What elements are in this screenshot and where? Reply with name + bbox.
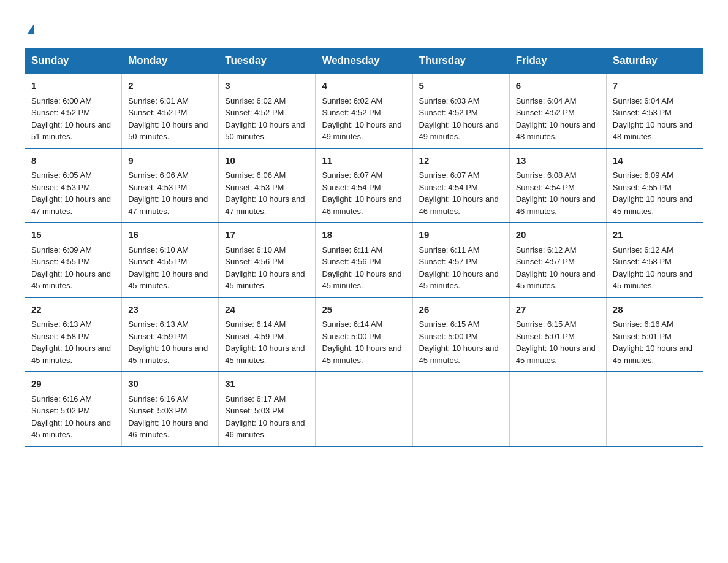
week-row-5: 29Sunrise: 6:16 AMSunset: 5:02 PMDayligh… — [25, 372, 703, 446]
day-info: Sunrise: 6:16 AMSunset: 5:03 PMDaylight:… — [128, 393, 212, 441]
day-cell: 10Sunrise: 6:06 AMSunset: 4:53 PMDayligh… — [219, 148, 316, 223]
day-info: Sunrise: 6:04 AMSunset: 4:52 PMDaylight:… — [516, 95, 600, 143]
day-number: 1 — [31, 79, 115, 93]
day-number: 31 — [225, 377, 309, 391]
day-number: 7 — [613, 79, 697, 93]
day-info: Sunrise: 6:03 AMSunset: 4:52 PMDaylight:… — [419, 95, 503, 143]
day-info: Sunrise: 6:02 AMSunset: 4:52 PMDaylight:… — [322, 95, 406, 143]
day-info: Sunrise: 6:13 AMSunset: 4:59 PMDaylight:… — [128, 318, 212, 366]
week-row-4: 22Sunrise: 6:13 AMSunset: 4:58 PMDayligh… — [25, 297, 703, 372]
day-info: Sunrise: 6:16 AMSunset: 5:02 PMDaylight:… — [31, 393, 115, 441]
day-info: Sunrise: 6:06 AMSunset: 4:53 PMDaylight:… — [225, 169, 309, 217]
day-info: Sunrise: 6:09 AMSunset: 4:55 PMDaylight:… — [613, 169, 697, 217]
day-info: Sunrise: 6:10 AMSunset: 4:56 PMDaylight:… — [225, 244, 309, 292]
header-saturday: Saturday — [606, 48, 703, 74]
day-number: 13 — [516, 154, 600, 168]
day-number: 15 — [31, 228, 115, 242]
day-cell — [509, 372, 606, 446]
day-info: Sunrise: 6:02 AMSunset: 4:52 PMDaylight:… — [225, 95, 309, 143]
day-cell: 12Sunrise: 6:07 AMSunset: 4:54 PMDayligh… — [412, 148, 509, 223]
header-sunday: Sunday — [25, 48, 122, 74]
logo-general-line — [25, 18, 34, 36]
day-number: 12 — [419, 154, 503, 168]
day-info: Sunrise: 6:17 AMSunset: 5:03 PMDaylight:… — [225, 393, 309, 441]
day-cell — [606, 372, 703, 446]
day-cell: 16Sunrise: 6:10 AMSunset: 4:55 PMDayligh… — [122, 223, 219, 297]
day-cell: 19Sunrise: 6:11 AMSunset: 4:57 PMDayligh… — [412, 223, 509, 297]
day-cell: 26Sunrise: 6:15 AMSunset: 5:00 PMDayligh… — [412, 297, 509, 372]
day-number: 30 — [128, 377, 212, 391]
day-cell: 18Sunrise: 6:11 AMSunset: 4:56 PMDayligh… — [316, 223, 412, 297]
day-number: 20 — [516, 228, 600, 242]
day-cell: 30Sunrise: 6:16 AMSunset: 5:03 PMDayligh… — [122, 372, 219, 446]
header-friday: Friday — [509, 48, 606, 74]
day-cell: 11Sunrise: 6:07 AMSunset: 4:54 PMDayligh… — [316, 148, 412, 223]
day-cell: 22Sunrise: 6:13 AMSunset: 4:58 PMDayligh… — [25, 297, 122, 372]
day-cell: 4Sunrise: 6:02 AMSunset: 4:52 PMDaylight… — [316, 74, 412, 148]
day-info: Sunrise: 6:10 AMSunset: 4:55 PMDaylight:… — [128, 244, 212, 292]
day-number: 9 — [128, 154, 212, 168]
day-number: 17 — [225, 228, 309, 242]
day-cell: 23Sunrise: 6:13 AMSunset: 4:59 PMDayligh… — [122, 297, 219, 372]
day-info: Sunrise: 6:07 AMSunset: 4:54 PMDaylight:… — [322, 169, 406, 217]
day-cell: 3Sunrise: 6:02 AMSunset: 4:52 PMDaylight… — [219, 74, 316, 148]
day-number: 14 — [613, 154, 697, 168]
week-row-2: 8Sunrise: 6:05 AMSunset: 4:53 PMDaylight… — [25, 148, 703, 223]
header-wednesday: Wednesday — [316, 48, 412, 74]
calendar-table: SundayMondayTuesdayWednesdayThursdayFrid… — [25, 48, 703, 447]
day-cell: 8Sunrise: 6:05 AMSunset: 4:53 PMDaylight… — [25, 148, 122, 223]
day-number: 28 — [613, 303, 697, 317]
day-number: 29 — [31, 377, 115, 391]
day-cell: 31Sunrise: 6:17 AMSunset: 5:03 PMDayligh… — [219, 372, 316, 446]
day-number: 19 — [419, 228, 503, 242]
day-number: 6 — [516, 79, 600, 93]
day-cell: 15Sunrise: 6:09 AMSunset: 4:55 PMDayligh… — [25, 223, 122, 297]
day-cell — [412, 372, 509, 446]
day-cell: 24Sunrise: 6:14 AMSunset: 4:59 PMDayligh… — [219, 297, 316, 372]
day-info: Sunrise: 6:12 AMSunset: 4:57 PMDaylight:… — [516, 244, 600, 292]
day-cell: 29Sunrise: 6:16 AMSunset: 5:02 PMDayligh… — [25, 372, 122, 446]
day-cell: 28Sunrise: 6:16 AMSunset: 5:01 PMDayligh… — [606, 297, 703, 372]
logo-triangle-icon — [27, 23, 34, 34]
day-info: Sunrise: 6:08 AMSunset: 4:54 PMDaylight:… — [516, 169, 600, 217]
day-number: 23 — [128, 303, 212, 317]
day-info: Sunrise: 6:07 AMSunset: 4:54 PMDaylight:… — [419, 169, 503, 217]
day-info: Sunrise: 6:14 AMSunset: 5:00 PMDaylight:… — [322, 318, 406, 366]
day-cell: 17Sunrise: 6:10 AMSunset: 4:56 PMDayligh… — [219, 223, 316, 297]
day-cell: 13Sunrise: 6:08 AMSunset: 4:54 PMDayligh… — [509, 148, 606, 223]
day-info: Sunrise: 6:11 AMSunset: 4:57 PMDaylight:… — [419, 244, 503, 292]
header-tuesday: Tuesday — [219, 48, 316, 74]
day-number: 22 — [31, 303, 115, 317]
day-info: Sunrise: 6:15 AMSunset: 5:00 PMDaylight:… — [419, 318, 503, 366]
day-number: 25 — [322, 303, 406, 317]
day-info: Sunrise: 6:00 AMSunset: 4:52 PMDaylight:… — [31, 95, 115, 143]
day-cell — [316, 372, 412, 446]
day-number: 5 — [419, 79, 503, 93]
header-monday: Monday — [122, 48, 219, 74]
day-info: Sunrise: 6:05 AMSunset: 4:53 PMDaylight:… — [31, 169, 115, 217]
day-number: 2 — [128, 79, 212, 93]
day-info: Sunrise: 6:12 AMSunset: 4:58 PMDaylight:… — [613, 244, 697, 292]
logo — [25, 18, 34, 36]
day-info: Sunrise: 6:14 AMSunset: 4:59 PMDaylight:… — [225, 318, 309, 366]
day-info: Sunrise: 6:11 AMSunset: 4:56 PMDaylight:… — [322, 244, 406, 292]
day-info: Sunrise: 6:13 AMSunset: 4:58 PMDaylight:… — [31, 318, 115, 366]
page-header — [25, 18, 703, 36]
day-cell: 20Sunrise: 6:12 AMSunset: 4:57 PMDayligh… — [509, 223, 606, 297]
day-number: 18 — [322, 228, 406, 242]
day-cell: 27Sunrise: 6:15 AMSunset: 5:01 PMDayligh… — [509, 297, 606, 372]
day-number: 8 — [31, 154, 115, 168]
calendar-header-row: SundayMondayTuesdayWednesdayThursdayFrid… — [25, 48, 703, 74]
day-number: 10 — [225, 154, 309, 168]
day-info: Sunrise: 6:04 AMSunset: 4:53 PMDaylight:… — [613, 95, 697, 143]
day-number: 26 — [419, 303, 503, 317]
day-cell: 7Sunrise: 6:04 AMSunset: 4:53 PMDaylight… — [606, 74, 703, 148]
day-cell: 21Sunrise: 6:12 AMSunset: 4:58 PMDayligh… — [606, 223, 703, 297]
day-cell: 14Sunrise: 6:09 AMSunset: 4:55 PMDayligh… — [606, 148, 703, 223]
day-cell: 1Sunrise: 6:00 AMSunset: 4:52 PMDaylight… — [25, 74, 122, 148]
day-number: 4 — [322, 79, 406, 93]
day-cell: 5Sunrise: 6:03 AMSunset: 4:52 PMDaylight… — [412, 74, 509, 148]
day-cell: 6Sunrise: 6:04 AMSunset: 4:52 PMDaylight… — [509, 74, 606, 148]
day-number: 11 — [322, 154, 406, 168]
day-number: 16 — [128, 228, 212, 242]
